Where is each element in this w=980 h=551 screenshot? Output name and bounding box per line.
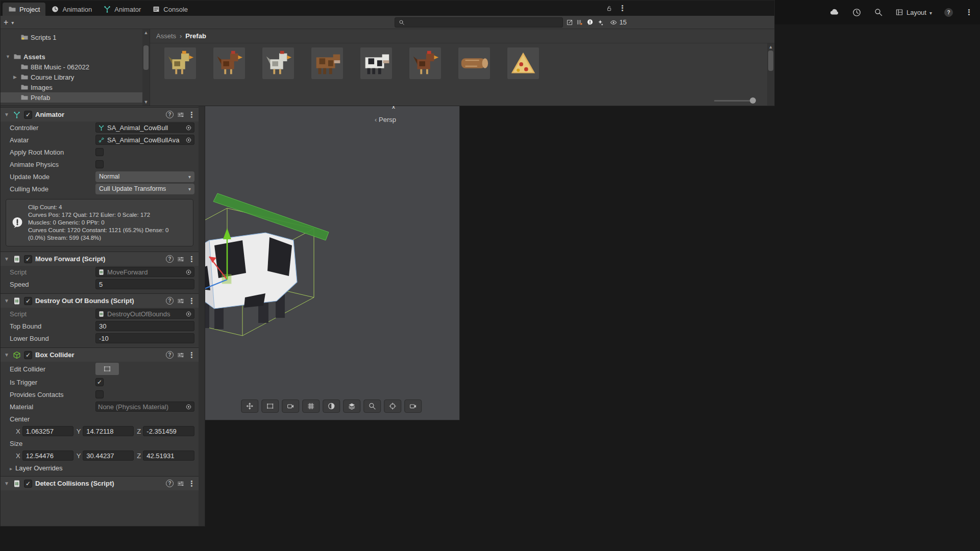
controller-object-field[interactable]: SA_Animal_CowBull (95, 122, 194, 133)
project-folder-images[interactable]: Images (1, 82, 142, 92)
project-folder-course-library[interactable]: ▶Course Library (1, 72, 142, 82)
top-bound-field[interactable]: 30 (95, 321, 194, 331)
more-options-icon[interactable] (188, 350, 195, 360)
presets-icon[interactable] (177, 297, 185, 305)
is-trigger-checkbox[interactable] (95, 378, 104, 386)
object-picker-icon[interactable] (185, 404, 192, 410)
apply-root-motion-checkbox[interactable] (95, 148, 104, 156)
help-icon[interactable]: ? (944, 8, 953, 17)
folder-tree-scrollbar[interactable]: ▲ ▼ (142, 29, 150, 106)
animate-physics-checkbox[interactable] (95, 160, 104, 168)
asset-thumbnail-chick-prefab[interactable] (164, 47, 196, 79)
tab-console[interactable]: Console (146, 3, 193, 16)
project-folder-assets[interactable]: ▼Assets (1, 52, 142, 62)
animator-enabled-checkbox[interactable] (24, 111, 32, 119)
project-search-input[interactable] (395, 17, 563, 28)
overlay-rect-button[interactable] (261, 399, 279, 413)
overlay-camera-button[interactable] (282, 399, 299, 413)
asset-grid-scrollbar[interactable]: ▲ (767, 43, 774, 106)
overlay-sphere-button[interactable] (323, 399, 340, 413)
center-z-field[interactable]: -2.351459 (143, 426, 194, 436)
asset-thumbnail-hen-white-prefab[interactable] (262, 47, 294, 79)
provides-contacts-checkbox[interactable] (95, 390, 104, 398)
more-options-icon[interactable] (188, 110, 195, 119)
help-icon[interactable]: ? (166, 111, 174, 118)
material-object-field[interactable]: None (Physics Material) (95, 402, 194, 412)
destroy-oob-enabled-checkbox[interactable] (24, 297, 32, 305)
search-icon[interactable] (874, 8, 883, 17)
presets-icon[interactable] (177, 351, 185, 359)
tab-animator[interactable]: Animator (97, 3, 146, 16)
help-icon[interactable]: ? (166, 255, 174, 263)
center-y-field[interactable]: 14.72118 (83, 426, 134, 436)
detect-collisions-header[interactable]: ▼ Detect Collisions (Script) ? (1, 476, 199, 490)
destroy-oob-header[interactable]: ▼ Destroy Out Of Bounds (Script) ? (1, 293, 199, 308)
expander-icon[interactable]: ▼ (5, 54, 11, 59)
tab-animation[interactable]: Animation (45, 3, 97, 16)
object-picker-icon[interactable] (185, 269, 192, 276)
more-options-icon[interactable] (188, 296, 195, 306)
alert-icon[interactable] (586, 19, 594, 26)
presets-icon[interactable] (177, 480, 185, 488)
size-x-field[interactable]: 12.54476 (22, 450, 74, 461)
tab-project[interactable]: Project (3, 3, 45, 16)
lower-bound-field[interactable]: -10 (95, 333, 194, 343)
edit-collider-button[interactable] (95, 363, 119, 375)
help-icon[interactable]: ? (166, 297, 174, 305)
object-picker-icon[interactable] (185, 137, 192, 143)
breadcrumb-prefab[interactable]: Prefab (185, 32, 206, 40)
expander-icon[interactable]: ▶ (12, 74, 18, 80)
script-object-field[interactable]: MoveForward (95, 267, 194, 277)
more-options-icon[interactable] (965, 8, 973, 17)
object-picker-icon[interactable] (185, 311, 192, 317)
layer-overrides-row[interactable]: Layer Overrides (1, 462, 199, 474)
search-by-type-icon[interactable] (566, 19, 573, 26)
asset-thumbnail-rooster-brown-prefab[interactable] (409, 47, 441, 79)
avatar-object-field[interactable]: SA_Animal_CowBullAva (95, 135, 194, 145)
breadcrumb-assets[interactable]: Assets (156, 32, 176, 40)
move-forward-header[interactable]: ▼ Move Forward (Script) ? (1, 252, 199, 266)
detect-collisions-enabled-checkbox[interactable] (24, 480, 32, 488)
asset-thumbnail-pizza-prefab[interactable] (507, 47, 539, 79)
asset-thumbnail-log-prefab[interactable] (458, 47, 490, 79)
culling-mode-dropdown[interactable]: Cull Update Transforms (95, 184, 194, 194)
more-options-icon[interactable] (188, 479, 195, 488)
help-icon[interactable]: ? (166, 480, 174, 487)
more-options-icon[interactable] (619, 4, 626, 13)
overlay-move-button[interactable] (241, 399, 258, 413)
project-folder-8bit-music-062022[interactable]: 8Bit Music - 062022 (1, 62, 142, 72)
overlay-search-button[interactable] (363, 399, 381, 413)
size-y-field[interactable]: 30.44237 (83, 450, 134, 461)
overlay-target-button[interactable] (384, 399, 401, 413)
perspective-label[interactable]: ‹ Persp (375, 116, 396, 123)
create-asset-button[interactable] (4, 18, 8, 27)
presets-icon[interactable] (177, 255, 185, 263)
lock-icon[interactable] (606, 5, 612, 12)
object-picker-icon[interactable] (185, 124, 192, 131)
box-collider-header[interactable]: ▼ Box Collider ? (1, 347, 199, 362)
more-options-icon[interactable] (188, 255, 195, 264)
project-folder-prefab[interactable]: Prefab (1, 92, 142, 103)
animator-header[interactable]: ▼ Animator ? (1, 107, 199, 121)
hidden-count[interactable]: 15 (610, 18, 626, 26)
thumbnail-zoom-slider[interactable] (714, 100, 754, 102)
undo-history-icon[interactable] (852, 8, 862, 17)
cloud-icon[interactable] (829, 7, 840, 17)
overlay-camera-preview-button[interactable] (404, 399, 422, 413)
layout-dropdown[interactable]: Layout (895, 8, 932, 16)
asset-thumbnail-cow-brown-prefab[interactable] (311, 47, 343, 79)
center-x-field[interactable]: 1.063257 (22, 426, 74, 436)
update-mode-dropdown[interactable]: Normal (95, 171, 194, 182)
presets-icon[interactable] (177, 111, 185, 119)
asset-thumbnail-cow-white-prefab[interactable] (360, 47, 392, 79)
asset-thumbnail-hen-brown-prefab[interactable] (213, 47, 245, 79)
size-z-field[interactable]: 42.51931 (143, 450, 194, 461)
favorite-star-icon[interactable] (597, 19, 604, 26)
help-icon[interactable]: ? (166, 351, 174, 359)
overlay-layers-button[interactable] (343, 399, 360, 413)
move-forward-enabled-checkbox[interactable] (24, 255, 32, 263)
project-folder-scripts-1[interactable]: Scripts 1 (1, 32, 142, 42)
overlay-grid-button[interactable] (302, 399, 320, 413)
script-object-field[interactable]: DestroyOutOfBounds (95, 309, 194, 319)
speed-field[interactable]: 5 (95, 279, 194, 289)
